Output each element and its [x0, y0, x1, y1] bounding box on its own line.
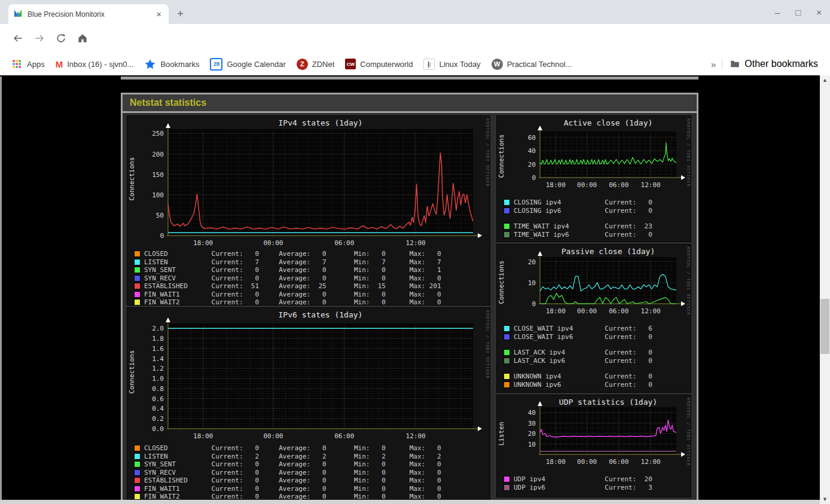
legend-row: FIN_WAIT2 Current: 0 Average: 0 Min: 0 M…: [135, 298, 441, 306]
bookmark-item-computerworld[interactable]: CWComputerworld: [345, 59, 413, 69]
bookmark-item-apps[interactable]: Apps: [11, 58, 45, 70]
svg-text:40: 40: [528, 147, 536, 155]
window-close-button[interactable]: ×: [816, 7, 822, 17]
y-axis-label: Connections: [498, 136, 505, 178]
svg-text:0.6: 0.6: [152, 395, 164, 403]
bookmark-item-inbox-16-sjvn0[interactable]: MInbox (16) - sjvn0...: [56, 59, 134, 69]
legend-group: CLOSING ipv4 Current: 0CLOSING ipv6 Curr…: [504, 198, 652, 215]
svg-text:2.0: 2.0: [152, 325, 164, 332]
legend-swatch: [135, 494, 140, 499]
svg-text:50: 50: [156, 212, 164, 219]
svg-text:0: 0: [532, 174, 536, 182]
back-button[interactable]: [10, 30, 26, 47]
graph-legend: CLOSED Current: 0 Average: 0 Min: 0 Max:…: [135, 444, 441, 501]
other-bookmarks-label: Other bookmarks: [744, 59, 818, 69]
legend-swatch: [504, 358, 509, 364]
svg-text:IPv6 states (1day): IPv6 states (1day): [279, 310, 363, 319]
legend-row: UDP ipv4 Current: 20: [504, 475, 652, 484]
other-bookmarks-button[interactable]: Other bookmarks: [722, 59, 818, 69]
vertical-scrollbar[interactable]: ▲ ▼: [820, 75, 830, 504]
legend-row: UNKNOWN ipv4 Current: 0: [504, 372, 652, 381]
scroll-up-arrow-icon[interactable]: ▲: [820, 75, 830, 85]
bookmark-item-zdnet[interactable]: ZZDNet: [297, 59, 335, 70]
legend-row: CLOSE_WAIT ipv4 Current: 6: [504, 325, 652, 333]
legend-text: FIN_WAIT1 Current: 0 Average: 0 Min: 0 M…: [144, 291, 441, 298]
graph-udp-statistics[interactable]: 1020304018:0000:0006:0012:00UDP statisti…: [496, 395, 691, 497]
legend-row: SYN_SENT Current: 0 Average: 0 Min: 0 Ma…: [135, 460, 441, 469]
legend-text: CLOSED Current: 0 Average: 0 Min: 0 Max:…: [144, 250, 441, 258]
forward-button[interactable]: [31, 30, 48, 47]
svg-text:200: 200: [152, 151, 164, 158]
bookmarks-bar: AppsMInbox (16) - sjvn0...Bookmarks28Goo…: [0, 53, 830, 76]
legend-row: FIN_WAIT1 Current: 0 Average: 0 Min: 0 M…: [135, 291, 441, 299]
bookmark-item-bookmarks[interactable]: Bookmarks: [144, 58, 199, 70]
svg-text:12:00: 12:00: [406, 432, 426, 440]
legend-swatch: [135, 454, 140, 459]
legend-swatch: [135, 292, 140, 297]
svg-text:1.8: 1.8: [152, 335, 164, 343]
svg-text:12:00: 12:00: [406, 239, 426, 246]
bookmark-item-practical-technol[interactable]: WPractical Technol...: [492, 59, 572, 70]
legend-text: LISTEN Current: 7 Average: 7 Min: 7 Max:…: [144, 258, 441, 266]
bookmarks-overflow-chevron[interactable]: »: [705, 59, 722, 69]
svg-text:18:00: 18:00: [546, 458, 566, 466]
svg-text:10: 10: [528, 441, 536, 448]
tab-close-icon[interactable]: ×: [154, 9, 164, 19]
svg-text:IPv4 states (1day): IPv4 states (1day): [279, 118, 363, 127]
legend-row: CLOSING ipv6 Current: 0: [504, 207, 652, 215]
legend-row: ESTABLISHED Current: 51 Average: 25 Min:…: [135, 282, 441, 291]
svg-text:Passive close (1day): Passive close (1day): [562, 247, 655, 256]
bookmark-label: Bookmarks: [160, 60, 199, 69]
legend-swatch: [504, 200, 509, 205]
legend-row: LAST_ACK ipv4 Current: 0: [504, 349, 652, 357]
home-button[interactable]: [74, 30, 91, 47]
svg-text:0.8: 0.8: [152, 385, 164, 393]
graph-ipv4-states[interactable]: 05010015020025018:0000:0006:0012:00IPv4 …: [127, 115, 490, 306]
bookmark-label: Computerworld: [360, 60, 413, 69]
window-titlebar: Blue Precision Monitorix × + – □ ×: [0, 0, 830, 24]
svg-text:00:00: 00:00: [577, 181, 597, 189]
rrdtool-credit: RRDTOOL / TOBI OETIKER: [686, 398, 691, 466]
legend-swatch: [504, 374, 509, 379]
graph-legend: CLOSE_WAIT ipv4 Current: 6CLOSE_WAIT ipv…: [504, 325, 652, 393]
page-bottom-edge: [0, 500, 820, 504]
svg-text:20: 20: [528, 430, 536, 438]
svg-text:20: 20: [528, 258, 536, 266]
svg-text:00:00: 00:00: [263, 432, 283, 440]
svg-text:18:00: 18:00: [193, 239, 213, 246]
legend-swatch: [504, 326, 509, 331]
svg-text:150: 150: [152, 171, 164, 179]
legend-text: SYN_RECV Current: 0 Average: 0 Min: 0 Ma…: [144, 469, 441, 476]
legend-swatch: [504, 334, 509, 340]
graph-active-close[interactable]: 020406018:0000:0006:0012:00Active close …: [496, 115, 691, 242]
legend-row: CLOSE_WAIT ipv6 Current: 0: [504, 333, 652, 341]
svg-text:00:00: 00:00: [263, 239, 283, 246]
legend-text: UNKNOWN ipv4 Current: 0: [514, 372, 652, 380]
window-maximize-button[interactable]: □: [795, 7, 801, 17]
graph-ipv6-states[interactable]: 0.00.20.40.60.81.01.21.41.61.82.018:0000…: [127, 307, 490, 504]
browser-tab[interactable]: Blue Precision Monitorix ×: [8, 4, 169, 24]
legend-row: LISTEN Current: 2 Average: 2 Min: 2 Max:…: [135, 453, 441, 461]
right-column: 020406018:0000:0006:0012:00Active close …: [496, 115, 691, 504]
legend-text: UDP ipv6 Current: 3: [514, 484, 652, 491]
legend-swatch: [135, 478, 140, 483]
y-axis-label: Connections: [128, 159, 136, 201]
graph-legend: CLOSING ipv4 Current: 0CLOSING ipv6 Curr…: [504, 198, 652, 242]
legend-row: LISTEN Current: 7 Average: 7 Min: 7 Max:…: [135, 258, 441, 267]
bookmark-label: Apps: [27, 60, 45, 69]
svg-text:06:00: 06:00: [334, 239, 354, 246]
legend-swatch: [135, 267, 140, 273]
scrollbar-thumb[interactable]: [820, 299, 829, 354]
scroll-down-arrow-icon[interactable]: ▼: [820, 494, 830, 504]
calendar-icon: 28: [210, 58, 222, 71]
bookmark-label: Practical Technol...: [507, 60, 572, 69]
svg-text:0.4: 0.4: [152, 405, 164, 413]
new-tab-button[interactable]: +: [177, 7, 184, 20]
legend-swatch: [504, 232, 509, 237]
bookmark-item-google-calendar[interactable]: 28Google Calendar: [210, 58, 285, 71]
legend-group: TIME_WAIT ipv4 Current: 23TIME_WAIT ipv6…: [504, 222, 652, 239]
graph-passive-close[interactable]: 0102018:0000:0006:0012:00Passive close (…: [496, 244, 691, 393]
reload-button[interactable]: [53, 30, 69, 47]
bookmark-item-linux-today[interactable]: |tLinux Today: [423, 59, 480, 70]
window-minimize-button[interactable]: –: [775, 7, 780, 17]
